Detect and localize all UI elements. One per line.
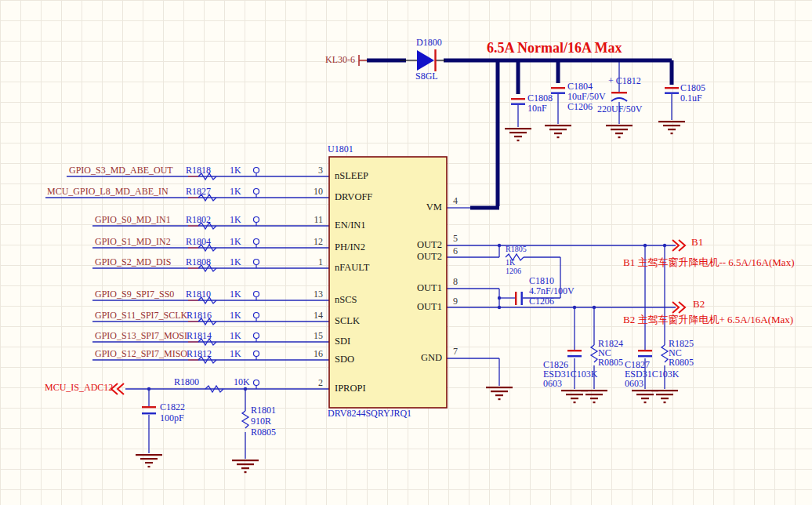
net-label[interactable]: GPIO_S11_SPI7_SCLK	[95, 311, 187, 321]
cap-value[interactable]: 10nF	[527, 104, 547, 114]
cap-designator[interactable]: C1808	[527, 93, 553, 104]
cap-package[interactable]: C1206	[529, 296, 554, 307]
net-label[interactable]: GPIO_S12_SPI7_MISO	[95, 349, 187, 359]
resistor-designator[interactable]: R1800	[174, 377, 199, 387]
pin-name: nFAULT	[335, 263, 369, 273]
pin-name: SCLK	[335, 316, 360, 326]
resistor-designator[interactable]: R1812	[187, 349, 212, 359]
pin-name: PH/IN2	[335, 242, 365, 252]
pin-number: 15	[310, 331, 323, 341]
diode-designator[interactable]: D1800	[416, 38, 442, 48]
net-label[interactable]: GPIO_S3_MD_ABE_OUT	[69, 165, 173, 176]
resistor-package[interactable]: R0805	[598, 358, 623, 368]
pin-number: 10	[310, 187, 323, 197]
resistor-value[interactable]: 1K	[230, 289, 241, 300]
chip-designator[interactable]: U1801	[328, 144, 353, 154]
resistor-value[interactable]: 1K	[230, 187, 241, 197]
pin-name: OUT1	[408, 302, 442, 312]
cap-package[interactable]: C1206	[567, 102, 593, 112]
pin-number: 11	[310, 215, 323, 225]
cap-designator[interactable]: C1805	[680, 83, 705, 93]
cap-value[interactable]: 220UF/50V	[597, 104, 642, 114]
resistor-value[interactable]: 910R	[251, 416, 271, 427]
output-note-b1: B1 主驾车窗升降电机-- 6.5A/16A(Max)	[623, 257, 794, 268]
pin-number: 8	[453, 277, 458, 287]
cap-designator[interactable]: + C1812	[608, 76, 641, 86]
resistor-designator[interactable]: R1814	[187, 331, 212, 341]
pin-number: 6	[453, 246, 458, 256]
port-label-b1[interactable]: B1	[691, 237, 703, 248]
pin-name: DRVOFF	[335, 192, 372, 202]
resistor-designator[interactable]: R1808	[186, 257, 211, 267]
resistor-value[interactable]: 1K	[230, 165, 241, 176]
resistor-package[interactable]: R0805	[251, 427, 276, 438]
resistor-package[interactable]: R0805	[669, 358, 694, 368]
cap-package[interactable]: 0603	[625, 379, 643, 389]
diode-part-number[interactable]: S8GL	[415, 71, 438, 82]
resistor-designator[interactable]: R1804	[186, 237, 211, 247]
pin-name: OUT2	[408, 240, 442, 250]
pin-name: GND	[408, 353, 442, 363]
pin-name: nSLEEP	[335, 171, 368, 181]
pin-number: 9	[453, 296, 458, 307]
resistor-value[interactable]: 1K	[230, 349, 241, 359]
resistor-value[interactable]: 1K	[230, 215, 241, 225]
pin-number: 1	[310, 257, 323, 267]
diode-icon	[417, 49, 436, 71]
pin-name: nSCS	[335, 295, 357, 305]
resistor-value[interactable]: 1K	[506, 259, 515, 267]
resistor-value[interactable]: 1K	[230, 311, 241, 321]
net-label[interactable]: GPIO_S0_MD_IN1	[95, 215, 171, 225]
cap-package[interactable]: 0603	[543, 379, 562, 389]
chip-part-number[interactable]: DRV8244SQRYJRQ1	[328, 409, 411, 419]
cap-value[interactable]: 100pF	[160, 413, 184, 423]
pin-number: 16	[310, 349, 323, 359]
pin-number: 7	[453, 347, 458, 357]
input-port-icon	[359, 55, 367, 66]
port-label-b2[interactable]: B2	[693, 299, 705, 310]
cap-value[interactable]: 10uF/50V	[567, 92, 606, 102]
net-label[interactable]: MCU_GPIO_L8_MD_ABE_IN	[47, 187, 169, 197]
output-note-b2: B2 主驾车窗升降电机+ 6.5A/16A(Max)	[623, 314, 793, 325]
resistor-value[interactable]: 10K	[234, 377, 250, 387]
cap-value[interactable]: 4.7nF/100V	[529, 286, 575, 296]
resistor-designator[interactable]: R1810	[186, 289, 211, 300]
resistor-value[interactable]: 1K	[230, 237, 241, 247]
resistor-designator[interactable]: R1827	[186, 187, 211, 197]
resistor-value[interactable]: 1K	[230, 257, 241, 267]
resistor-value[interactable]: 1K	[230, 331, 241, 341]
schematic-wires	[0, 0, 812, 505]
pin-name: SDI	[335, 336, 350, 347]
resistor-designator[interactable]: R1816	[187, 311, 212, 321]
cap-value[interactable]: 0.1uF	[680, 93, 702, 104]
resistor-designator[interactable]: R1818	[186, 165, 211, 176]
pin-number: 12	[310, 237, 323, 247]
pin-number: 5	[453, 234, 458, 244]
net-label-kl30[interactable]: KL30-6	[325, 55, 355, 65]
pin-number: 3	[310, 165, 323, 176]
net-label[interactable]: GPIO_S13_SPI7_MOSI	[95, 331, 187, 341]
pin-name: EN/IN1	[335, 220, 366, 231]
pin-number: 13	[310, 289, 323, 300]
pin-name: OUT1	[408, 283, 442, 293]
pin-name: IPROPI	[335, 383, 366, 394]
pin-name: SDO	[335, 354, 354, 365]
schematic-sheet: KL30-6 6.5A Normal/16A Max D1800 S8GL C1…	[0, 0, 812, 505]
pin-name: VM	[408, 202, 442, 213]
resistor-designator[interactable]: R1805	[506, 245, 527, 254]
net-label[interactable]: GPIO_S2_MD_DIS	[95, 257, 171, 267]
pin-number: 14	[310, 311, 323, 321]
cap-designator[interactable]: C1822	[160, 402, 185, 412]
net-label[interactable]: GPIO_S1_MD_IN2	[95, 237, 171, 247]
cap-designator[interactable]: C1804	[567, 82, 593, 92]
resistor-designator[interactable]: R1801	[251, 405, 276, 416]
testpoint-icons	[254, 168, 259, 390]
resistor-designator[interactable]: R1802	[186, 215, 211, 225]
net-label[interactable]: GPIO_S9_SPI7_SS0	[95, 289, 174, 300]
resistor-package[interactable]: 1206	[506, 267, 521, 276]
cap-designator[interactable]: C1810	[529, 276, 554, 286]
current-rating-note: 6.5A Normal/16A Max	[487, 41, 622, 56]
pin-number: 4	[453, 196, 458, 206]
net-label-adc[interactable]: MCU_IS_ADC12	[45, 383, 113, 393]
pin-name: OUT2	[408, 252, 442, 262]
